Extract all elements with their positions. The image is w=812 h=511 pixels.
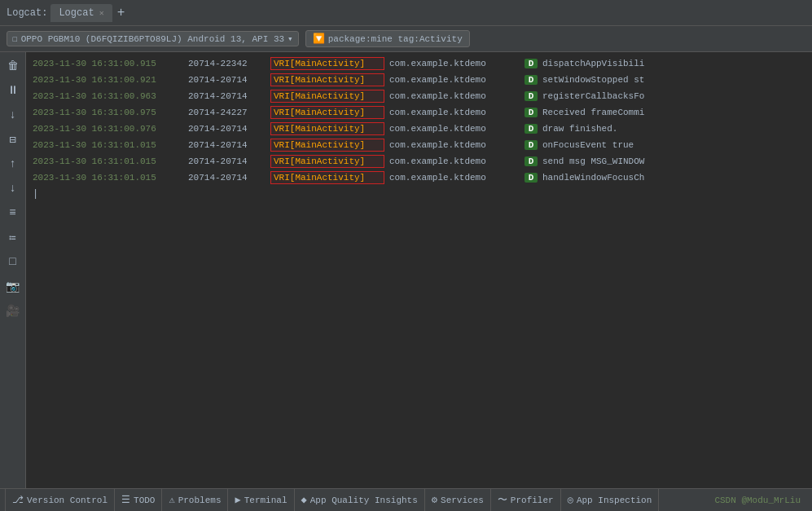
- table-row: 2023-11-30 16:31:01.015 20714-20714 VRI[…: [26, 153, 812, 170]
- log-timestamp: 2023-11-30 16:31:00.975: [33, 108, 183, 117]
- tab-logcat[interactable]: Logcat ✕: [50, 4, 112, 22]
- screenshot-button[interactable]: 📷: [4, 277, 22, 295]
- log-pid: 20714-22342: [188, 59, 266, 68]
- layout-button[interactable]: □: [4, 253, 22, 271]
- log-pid: 20714-20714: [188, 91, 266, 101]
- log-message: handleWindowFocusCh: [542, 173, 644, 183]
- device-selector[interactable]: ☐ OPPO PGBM10 (D6FQIZIB6PTO89LJ) Android…: [7, 31, 299, 46]
- scroll-down-button[interactable]: ↓: [4, 179, 22, 197]
- services-icon: ⚙: [432, 494, 437, 506]
- title-bar: Logcat: Logcat ✕ +: [0, 0, 812, 26]
- log-pid: 20714-20714: [188, 173, 266, 183]
- log-timestamp: 2023-11-30 16:31:01.015: [33, 156, 183, 166]
- video-button[interactable]: 🎥: [4, 302, 22, 319]
- log-level: D: [525, 156, 538, 166]
- settings-button[interactable]: ≔: [4, 228, 22, 246]
- problems-icon: ⚠: [169, 494, 174, 506]
- status-bar: ⎇ Version Control ☰ TODO ⚠ Problems ▶ Te…: [0, 488, 812, 511]
- log-pid: 20714-24227: [188, 108, 266, 117]
- log-message: Received frameCommi: [542, 108, 644, 117]
- log-package: com.example.ktdemo: [389, 59, 520, 68]
- status-problems[interactable]: ⚠ Problems: [162, 489, 228, 511]
- log-level: D: [525, 124, 538, 134]
- table-row: 2023-11-30 16:31:01.015 20714-20714 VRI[…: [26, 170, 812, 186]
- scroll-up-button[interactable]: ↑: [4, 155, 22, 173]
- log-package: com.example.ktdemo: [389, 91, 520, 101]
- profiler-label: Profiler: [511, 496, 554, 505]
- log-package: com.example.ktdemo: [389, 124, 520, 134]
- log-tag: VRI[MainActivity]: [270, 171, 384, 184]
- app-quality-label: App Quality Insights: [310, 496, 418, 505]
- table-row: 2023-11-30 16:31:00.921 20714-20714 VRI[…: [26, 72, 812, 88]
- status-app-inspection[interactable]: ◎ App Inspection: [561, 489, 660, 511]
- log-level: D: [525, 75, 538, 85]
- log-level: D: [525, 173, 538, 183]
- filter-button[interactable]: ≡: [4, 204, 22, 222]
- log-tag: VRI[MainActivity]: [270, 139, 384, 152]
- table-row: 2023-11-30 16:31:00.963 20714-20714 VRI[…: [26, 88, 812, 104]
- main-area: 🗑 ⏸ ↓ ⊟ ↑ ↓ ≡ ≔ □ 📷 🎥 2023-11-30 16:31:0…: [0, 52, 812, 488]
- table-row: 2023-11-30 16:31:00.976 20714-20714 VRI[…: [26, 121, 812, 137]
- pause-button[interactable]: ⏸: [4, 81, 22, 99]
- terminal-icon: ▶: [235, 494, 240, 506]
- device-bar: ☐ OPPO PGBM10 (D6FQIZIB6PTO89LJ) Android…: [0, 26, 812, 52]
- clear-logcat-button[interactable]: 🗑: [4, 57, 22, 75]
- table-row: 2023-11-30 16:31:00.975 20714-24227 VRI[…: [26, 104, 812, 121]
- profiler-icon: 〜: [498, 493, 507, 507]
- device-checkbox-icon: ☐: [12, 33, 18, 44]
- filter-icon: 🔽: [313, 33, 325, 45]
- log-tag: VRI[MainActivity]: [270, 155, 384, 168]
- left-toolbar: 🗑 ⏸ ↓ ⊟ ↑ ↓ ≡ ≔ □ 📷 🎥: [0, 52, 26, 488]
- log-pid: 20714-20714: [188, 124, 266, 134]
- log-tag: VRI[MainActivity]: [270, 57, 384, 70]
- log-package: com.example.ktdemo: [389, 156, 520, 166]
- log-timestamp: 2023-11-30 16:31:00.976: [33, 124, 183, 134]
- soft-wrap-button[interactable]: ⊟: [4, 130, 22, 148]
- add-tab-button[interactable]: +: [117, 6, 125, 20]
- log-tag: VRI[MainActivity]: [270, 122, 384, 135]
- status-services[interactable]: ⚙ Services: [425, 489, 491, 511]
- device-name: OPPO PGBM10 (D6FQIZIB6PTO89LJ) Android 1…: [21, 34, 284, 44]
- log-timestamp: 2023-11-30 16:31:01.015: [33, 140, 183, 150]
- app-name: Logcat:: [7, 7, 47, 19]
- status-version-control[interactable]: ⎇ Version Control: [5, 489, 115, 511]
- log-message: dispatchAppVisibili: [542, 59, 644, 68]
- log-level: D: [525, 108, 538, 117]
- table-row: 2023-11-30 16:31:00.915 20714-22342 VRI[…: [26, 55, 812, 72]
- filter-bar[interactable]: 🔽 package:mine tag:Activity: [305, 30, 470, 47]
- log-message: onFocusEvent true: [542, 140, 634, 150]
- cursor: |: [33, 188, 38, 200]
- watermark: CSDN @Modu_MrLiu: [714, 496, 807, 505]
- close-tab-icon[interactable]: ✕: [99, 8, 104, 18]
- log-package: com.example.ktdemo: [389, 108, 520, 117]
- log-package: com.example.ktdemo: [389, 140, 520, 150]
- terminal-label: Terminal: [244, 496, 287, 505]
- status-app-quality[interactable]: ◆ App Quality Insights: [295, 489, 425, 511]
- version-control-label: Version Control: [27, 496, 108, 505]
- log-pid: 20714-20714: [188, 75, 266, 85]
- status-todo[interactable]: ☰ TODO: [115, 489, 162, 511]
- todo-icon: ☰: [121, 494, 130, 506]
- filter-text: package:mine tag:Activity: [328, 34, 463, 44]
- log-content[interactable]: 2023-11-30 16:31:00.915 20714-22342 VRI[…: [26, 52, 812, 488]
- problems-label: Problems: [178, 496, 222, 505]
- device-dropdown-icon: ▾: [287, 33, 293, 44]
- app-quality-icon: ◆: [301, 494, 307, 506]
- services-label: Services: [441, 496, 484, 505]
- todo-label: TODO: [134, 496, 155, 505]
- tab-label: Logcat: [59, 7, 94, 19]
- log-timestamp: 2023-11-30 16:31:00.915: [33, 59, 183, 68]
- log-area: 2023-11-30 16:31:00.915 20714-22342 VRI[…: [26, 52, 812, 488]
- app-inspection-icon: ◎: [568, 494, 573, 506]
- table-row: 2023-11-30 16:31:01.015 20714-20714 VRI[…: [26, 137, 812, 153]
- status-terminal[interactable]: ▶ Terminal: [228, 489, 294, 511]
- scroll-to-end-button[interactable]: ↓: [4, 106, 22, 124]
- log-level: D: [525, 59, 538, 68]
- log-pid: 20714-20714: [188, 156, 266, 166]
- log-pid: 20714-20714: [188, 140, 266, 150]
- log-package: com.example.ktdemo: [389, 75, 520, 85]
- log-package: com.example.ktdemo: [389, 173, 520, 183]
- log-timestamp: 2023-11-30 16:31:00.963: [33, 91, 183, 101]
- status-profiler[interactable]: 〜 Profiler: [491, 489, 561, 511]
- log-timestamp: 2023-11-30 16:31:01.015: [33, 173, 183, 183]
